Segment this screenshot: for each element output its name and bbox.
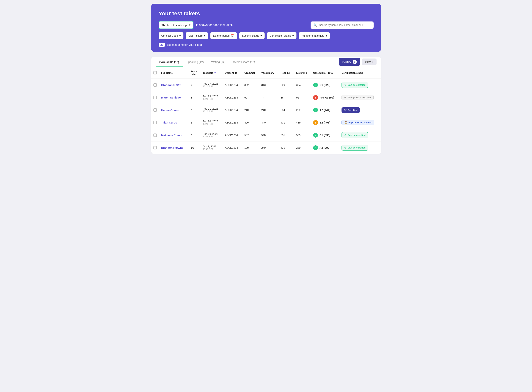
tab-writing[interactable]: Writing (12) [207, 57, 229, 67]
cell-cert-status[interactable]: ⊙ Can be certified [339, 129, 381, 141]
cell-listening: 324 [294, 79, 311, 91]
vocabulary-score: 440 [261, 121, 266, 124]
th-test-date[interactable]: Test date ▼ [201, 67, 222, 79]
student-name[interactable]: Brandon Geidt [161, 83, 180, 86]
row-checkbox[interactable] [153, 121, 157, 124]
test-date-label: Test date [203, 71, 213, 74]
select-all-checkbox[interactable] [153, 71, 157, 75]
cell-name[interactable]: Maren Schleifer [159, 91, 189, 104]
cell-core-skills-total: ✓ A2 (242) [311, 104, 339, 116]
cert-status-badge[interactable]: ⊙ Can be certified [342, 82, 368, 88]
number-attempts-filter[interactable]: Number of attempts ▾ [299, 32, 330, 39]
skill-total-value: C1 (533) [320, 134, 330, 137]
search-input[interactable] [319, 23, 371, 27]
table-container: Full Name Teststaken Test date ▼ Student… [151, 67, 381, 154]
skill-status-icon: ! [313, 95, 318, 100]
chevron-down-icon-ss: ▾ [260, 34, 262, 37]
cell-student-id: ABCD1234 [223, 116, 242, 129]
cell-tests-taken: 3 [189, 129, 201, 141]
filter-row-primary: The best test attempt ▾ is shown for eac… [159, 21, 374, 29]
chevron-down-icon-cc: ▾ [179, 34, 181, 37]
security-status-filter[interactable]: Security status ▾ [239, 32, 265, 39]
grammar-score: 332 [245, 84, 249, 86]
row-checkbox[interactable] [153, 134, 157, 137]
cell-name[interactable]: Brandon Geidt [159, 79, 189, 91]
certify-button[interactable]: Certify 0 [339, 58, 360, 66]
cert-status-badge[interactable]: ⊙ Can be certified [342, 145, 368, 150]
tests-taken-value: 3 [191, 134, 192, 137]
cell-name[interactable]: Makenna Franci [159, 129, 189, 141]
cefr-score-filter[interactable]: CEFR score ▾ [186, 32, 208, 39]
student-id-value: ABCD1234 [225, 134, 238, 137]
tab-core-skills[interactable]: Core skills (12) [156, 57, 183, 67]
tab-speaking[interactable]: Speaking (12) [183, 57, 207, 67]
certification-status-filter[interactable]: Certification status ▾ [267, 32, 297, 39]
cell-cert-status[interactable]: ⊙ Can be certified [339, 141, 381, 154]
cert-status-badge[interactable]: ⊘ The grade is too low [342, 95, 374, 100]
test-date-sub: 15:43 BST [203, 123, 220, 125]
table-row: Hanna Gouse 5 Feb 21, 2023 15:43 BST ABC… [151, 104, 381, 116]
connect-code-filter[interactable]: Connect Code ▾ [159, 32, 184, 39]
student-name[interactable]: Brandon Herwitz [161, 146, 183, 149]
results-table: Full Name Teststaken Test date ▼ Student… [151, 67, 381, 154]
cell-vocabulary: 74 [259, 91, 278, 104]
student-name[interactable]: Maren Schleifer [161, 96, 182, 99]
row-checkbox[interactable] [153, 96, 157, 99]
test-date-main: Feb 27, 2023 [203, 82, 220, 85]
cell-vocabulary: 240 [259, 141, 278, 154]
row-checkbox-cell[interactable] [151, 116, 159, 129]
cert-status-icon: ⊙ [344, 146, 346, 149]
row-checkbox-cell[interactable] [151, 129, 159, 141]
cert-status-badge[interactable]: ⏳ In proctoring review [342, 120, 374, 125]
row-checkbox[interactable] [153, 83, 157, 87]
number-attempts-label: Number of attempts [301, 34, 324, 37]
grammar-score: 60 [245, 96, 247, 99]
th-select-all[interactable] [151, 67, 159, 79]
cell-reading: 254 [278, 104, 294, 116]
cell-cert-status[interactable]: 🛡 Certified [339, 104, 381, 116]
th-student-id: Student ID [223, 67, 242, 79]
row-checkbox[interactable] [153, 146, 157, 149]
skill-total-value: Pre-A1 (92) [320, 96, 334, 99]
cell-vocabulary: 440 [259, 116, 278, 129]
date-period-filter[interactable]: Date or period 📅 [210, 32, 237, 39]
search-box: 🔍 [311, 22, 374, 29]
student-name[interactable]: Talan Curtis [161, 121, 177, 124]
cell-cert-status[interactable]: ⏳ In proctoring review [339, 116, 381, 129]
tab-overall-score[interactable]: Overall score (12) [229, 57, 259, 67]
table-row: Brandon Geidt 2 Feb 27, 2023 15:43 BST A… [151, 79, 381, 91]
cell-cert-status[interactable]: ⊘ The grade is too low [339, 91, 381, 104]
cell-tests-taken: 16 [189, 141, 201, 154]
tabs-section: Core skills (12) Speaking (12) Writing (… [151, 57, 381, 154]
tests-taken-value: 3 [191, 96, 192, 99]
listening-score: 589 [296, 134, 301, 137]
row-checkbox-cell[interactable] [151, 79, 159, 91]
row-checkbox[interactable] [153, 108, 157, 112]
attempt-dropdown[interactable]: The best test attempt ▾ [159, 21, 194, 29]
cell-reading: 431 [278, 116, 294, 129]
cell-name[interactable]: Hanna Gouse [159, 104, 189, 116]
row-checkbox-cell[interactable] [151, 91, 159, 104]
th-tests-taken: Teststaken [189, 67, 201, 79]
student-name[interactable]: Makenna Franci [161, 134, 182, 137]
cell-cert-status[interactable]: ⊙ Can be certified [339, 79, 381, 91]
cell-test-date: Feb 20, 2023 15:43 BST [201, 116, 222, 129]
cell-name[interactable]: Brandon Herwitz [159, 141, 189, 154]
skill-status-icon: ✓ [313, 145, 318, 150]
skill-total: ✓ C1 (533) [313, 133, 337, 138]
th-grammar: Grammar [242, 67, 259, 79]
student-name[interactable]: Hanna Gouse [161, 108, 179, 112]
th-reading: Reading [278, 67, 294, 79]
skill-total: ! Pre-A1 (92) [313, 95, 337, 100]
cell-name[interactable]: Talan Curtis [159, 116, 189, 129]
filter-description: is shown for each test taker. [196, 23, 308, 27]
cert-status-badge[interactable]: ⊙ Can be certified [342, 132, 368, 138]
row-checkbox-cell[interactable] [151, 104, 159, 116]
cert-status-badge[interactable]: 🛡 Certified [342, 107, 360, 113]
cell-student-id: ABCD1234 [223, 91, 242, 104]
csv-button[interactable]: CSV ↓ [362, 59, 377, 65]
skill-total-value: A2 (242) [320, 108, 330, 112]
skill-total-value: A2 (292) [320, 146, 330, 149]
row-checkbox-cell[interactable] [151, 141, 159, 154]
table-header-row: Full Name Teststaken Test date ▼ Student… [151, 67, 381, 79]
